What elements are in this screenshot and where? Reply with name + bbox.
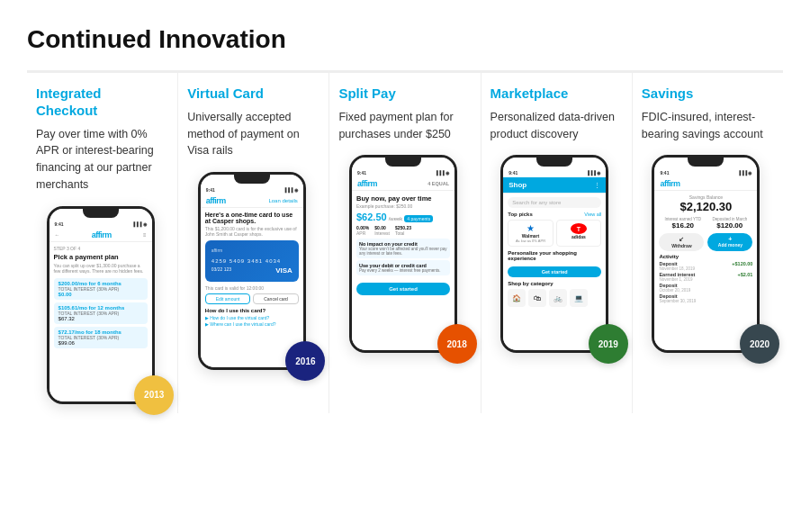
col-virtual-card: Virtual Card Universally accepted method… bbox=[178, 73, 329, 413]
virtual-card-visual: affirm 4259 5409 3481 4034 03/22 123 VIS… bbox=[205, 240, 299, 282]
phone-screen-4: 9:41 ▐▐▐ ◉ Shop ⋮ Search for any store T… bbox=[503, 158, 606, 350]
col-desc-marketplace: Personalized data-driven product discove… bbox=[490, 109, 619, 143]
year-badge-5: 2020 bbox=[740, 324, 779, 364]
phone-header-5: affirm bbox=[654, 177, 757, 191]
phone-header-4: Shop ⋮ bbox=[503, 177, 606, 194]
phone-wrap-1: 9:41 ▐▐▐ ◉ ← affirm ≡ STEP 3 OF 4 Pick a… bbox=[36, 206, 165, 404]
col-title-split-pay: Split Pay bbox=[338, 86, 467, 103]
col-split-pay: Split Pay Fixed payment plan for purchas… bbox=[329, 73, 481, 413]
add-money-btn[interactable]: + Add money bbox=[707, 233, 752, 251]
col-title-savings: Savings bbox=[642, 86, 770, 103]
phone-content-5: Savings Balance $2,120.30 Interest earne… bbox=[654, 191, 757, 350]
activity-row-1: Deposit November 18, 2019 +$120.00 bbox=[659, 261, 752, 271]
col-integrated-checkout: Integrated Checkout Pay over time with 0… bbox=[27, 73, 178, 413]
col-marketplace: Marketplace Personalized data-driven pro… bbox=[482, 73, 633, 413]
phone-wrap-4: 9:41 ▐▐▐ ◉ Shop ⋮ Search for any store T… bbox=[490, 155, 619, 353]
phone-content-3: Buy now, pay over time Example purchase:… bbox=[352, 191, 454, 350]
year-badge-1: 2013 bbox=[134, 375, 174, 415]
phone-wrap-5: 9:41 ▐▐▐ ◉ affirm Savings Balance $2,120… bbox=[642, 155, 770, 353]
phone-status-2: 9:41 ▐▐▐ ◉ bbox=[201, 185, 303, 194]
phone-notch-5 bbox=[688, 158, 724, 167]
phone-status-3: 9:41 ▐▐▐ ◉ bbox=[352, 168, 454, 177]
phone-notch-3 bbox=[385, 158, 421, 167]
affirm-logo-1: affirm bbox=[92, 230, 112, 239]
phone-header-2: affirm Loan details bbox=[201, 194, 303, 208]
plan-item-2: $105.61/mo for 12 months TOTAL INTEREST … bbox=[54, 302, 148, 324]
phone-2: 9:41 ▐▐▐ ◉ affirm Loan details Here's a … bbox=[198, 172, 306, 370]
withdraw-btn[interactable]: ↙ Withdraw bbox=[659, 233, 704, 251]
phone-wrap-2: 9:41 ▐▐▐ ◉ affirm Loan details Here's a … bbox=[187, 172, 316, 370]
marketplace-search[interactable]: Search for any store bbox=[508, 197, 601, 208]
year-badge-4: 2019 bbox=[589, 324, 628, 364]
phone-4: 9:41 ▐▐▐ ◉ Shop ⋮ Search for any store T… bbox=[500, 155, 608, 353]
col-desc-integrated-checkout: Pay over time with 0% APR or interest-be… bbox=[36, 126, 165, 194]
col-desc-savings: FDIC-insured, interest-bearing savings a… bbox=[642, 109, 770, 143]
get-started-btn-4[interactable]: Get started bbox=[508, 266, 601, 277]
phone-screen-5: 9:41 ▐▐▐ ◉ affirm Savings Balance $2,120… bbox=[654, 158, 757, 350]
cancel-card-btn[interactable]: Cancel card bbox=[253, 293, 299, 304]
phone-3: 9:41 ▐▐▐ ◉ affirm 4 EQUAL Buy now, pay o… bbox=[349, 155, 457, 353]
activity-row-3: Deposit October 20, 2019 bbox=[659, 283, 752, 293]
phone-status-1: 9:41 ▐▐▐ ◉ bbox=[50, 220, 152, 229]
phone-header-1: ← affirm ≡ bbox=[50, 229, 152, 242]
activity-row-2: Earned interest November 1, 2019 +$2.01 bbox=[659, 272, 752, 282]
phone-content-1: STEP 3 OF 4 Pick a payment plan You can … bbox=[50, 242, 152, 401]
phone-notch-2 bbox=[234, 175, 270, 184]
phone-5: 9:41 ▐▐▐ ◉ affirm Savings Balance $2,120… bbox=[652, 155, 760, 353]
phone-notch-4 bbox=[536, 158, 572, 167]
get-started-btn-3[interactable]: Get started bbox=[356, 283, 450, 295]
savings-balance: $2,120.30 bbox=[659, 200, 752, 213]
phone-content-4: Search for any store Top picks View all … bbox=[503, 194, 606, 350]
col-title-integrated-checkout: Integrated Checkout bbox=[36, 86, 165, 120]
col-title-marketplace: Marketplace bbox=[490, 86, 619, 103]
phone-wrap-3: 9:41 ▐▐▐ ◉ affirm 4 EQUAL Buy now, pay o… bbox=[338, 155, 467, 353]
phone-content-2: Here's a one-time card to use at Casper … bbox=[201, 208, 303, 367]
innovation-columns: Integrated Checkout Pay over time with 0… bbox=[27, 70, 783, 413]
col-savings: Savings FDIC-insured, interest-bearing s… bbox=[633, 73, 783, 413]
phone-screen-2: 9:41 ▐▐▐ ◉ affirm Loan details Here's a … bbox=[201, 175, 303, 367]
phone-screen-3: 9:41 ▐▐▐ ◉ affirm 4 EQUAL Buy now, pay o… bbox=[352, 158, 454, 350]
col-title-virtual-card: Virtual Card bbox=[187, 86, 316, 103]
phone-notch-1 bbox=[83, 209, 119, 218]
plan-item-3: $72.17/mo for 18 months TOTAL INTEREST (… bbox=[54, 327, 148, 348]
phone-1: 9:41 ▐▐▐ ◉ ← affirm ≡ STEP 3 OF 4 Pick a… bbox=[47, 206, 155, 404]
phone-screen-1: 9:41 ▐▐▐ ◉ ← affirm ≡ STEP 3 OF 4 Pick a… bbox=[50, 209, 152, 401]
phone-status-5: 9:41 ▐▐▐ ◉ bbox=[654, 168, 757, 177]
activity-row-4: Deposit September 30, 2019 bbox=[659, 293, 752, 303]
phone-status-4: 9:41 ▐▐▐ ◉ bbox=[503, 168, 606, 177]
col-desc-split-pay: Fixed payment plan for purchases under $… bbox=[338, 109, 467, 143]
phone-header-3: affirm 4 EQUAL bbox=[352, 177, 454, 191]
edit-amount-btn[interactable]: Edit amount bbox=[205, 293, 251, 304]
year-badge-3: 2018 bbox=[437, 324, 477, 364]
plan-item-1: $200.00/mo for 6 months TOTAL INTEREST (… bbox=[54, 278, 148, 300]
page-title: Continued Innovation bbox=[27, 25, 783, 54]
year-badge-2: 2016 bbox=[285, 341, 325, 381]
col-desc-virtual-card: Universally accepted method of payment o… bbox=[187, 109, 316, 159]
